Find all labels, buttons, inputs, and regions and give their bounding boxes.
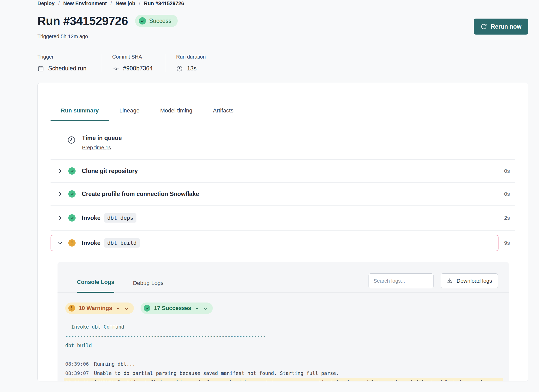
commit-label: Commit SHA — [112, 54, 154, 60]
rerun-now-label: Rerun now — [491, 23, 521, 30]
page-title: Run #341529726 — [37, 14, 128, 28]
breadcrumb-deploy[interactable]: Deploy — [37, 0, 55, 7]
step-duration: 0s — [504, 168, 510, 174]
step-name: Create profile from connection Snowflake — [82, 191, 199, 198]
calendar-icon — [37, 65, 44, 72]
chevron-up-icon[interactable] — [195, 306, 199, 311]
success-check-icon — [144, 305, 150, 312]
chevron-up-icon[interactable] — [116, 306, 120, 311]
warning-icon: ! — [68, 239, 76, 247]
success-check-icon — [68, 167, 76, 175]
log-timestamp: 08:39:07 — [65, 370, 89, 376]
tab-artifacts[interactable]: Artifacts — [203, 107, 244, 121]
successes-count-label: 17 Successes — [154, 305, 191, 312]
breadcrumb: Deploy / New Environment / New job / Run… — [37, 0, 528, 7]
prep-time-link[interactable]: Prep time 1s — [82, 145, 111, 151]
warnings-count-badge: ! 10 Warnings — [65, 303, 134, 314]
log-line-warning: 08:39:08[WARNING]: Did not find matching… — [64, 378, 503, 381]
success-check-icon — [68, 214, 76, 222]
breadcrumb-separator: / — [110, 0, 112, 7]
log-blank-line — [64, 350, 503, 359]
log-command-line: dbt build — [64, 341, 503, 350]
breadcrumb-separator: / — [58, 0, 60, 7]
log-line: 08:39:06Running dbt... — [64, 359, 503, 369]
tab-console-logs[interactable]: Console Logs — [77, 275, 114, 293]
breadcrumb-environment[interactable]: New Environment — [63, 0, 107, 7]
clock-icon — [67, 136, 76, 144]
step-command-chip: dbt build — [104, 238, 140, 248]
step-command-chip: dbt deps — [104, 213, 136, 223]
tab-model-timing[interactable]: Model timing — [150, 107, 203, 121]
commit-icon — [112, 65, 119, 72]
log-divider-line: ----------------------------------------… — [64, 331, 503, 341]
run-summary-card: Run summary Lineage Model timing Artifac… — [37, 83, 528, 381]
download-icon — [447, 278, 453, 284]
step-invoke-dbt-deps[interactable]: Invoke dbt deps 2s — [51, 206, 515, 231]
step-name: Clone git repository — [82, 168, 138, 175]
step-name: Invoke — [82, 240, 101, 247]
log-timestamp: 08:39:08 — [65, 380, 89, 381]
tab-lineage[interactable]: Lineage — [109, 107, 150, 121]
success-check-icon — [139, 17, 146, 25]
successes-count-badge: 17 Successes — [141, 303, 213, 314]
triggered-timestamp: Triggered 5h 12m ago — [37, 34, 178, 39]
clock-icon — [176, 65, 183, 72]
chevron-right-icon[interactable] — [58, 215, 63, 221]
trigger-label: Trigger — [37, 54, 90, 60]
chevron-down-icon[interactable] — [124, 306, 129, 311]
chevron-down-icon[interactable] — [203, 306, 208, 311]
search-logs-input[interactable] — [369, 273, 434, 288]
log-output: Invoke dbt Command ---------------------… — [58, 322, 509, 381]
refresh-icon — [480, 23, 487, 30]
download-logs-label: Download logs — [456, 278, 492, 284]
chevron-right-icon[interactable] — [58, 191, 63, 197]
status-badge-label: Success — [149, 18, 172, 25]
time-in-queue-title: Time in queue — [82, 135, 122, 142]
meta-trigger: Trigger Scheduled run — [37, 54, 101, 72]
step-duration: 2s — [504, 215, 510, 221]
meta-commit: Commit SHA #900b7364 — [101, 54, 165, 72]
log-timestamp: 08:39:06 — [65, 361, 89, 367]
step-invoke-dbt-build[interactable]: ! Invoke dbt build — [51, 235, 499, 251]
step-clone-git-repository[interactable]: Clone git repository 0s — [51, 160, 515, 183]
meta-duration: Run duration 13s — [165, 54, 217, 72]
log-line: 08:39:07Unable to do partial parsing bec… — [64, 369, 503, 378]
warning-bracket: ]: — [118, 380, 126, 381]
console-logs-panel: Console Logs Debug Logs Download logs ! … — [58, 262, 509, 381]
trigger-value: Scheduled run — [48, 65, 86, 72]
step-duration: 9s — [504, 240, 510, 246]
log-message: Did not find matching node for patch wit… — [126, 380, 486, 381]
log-header-line: Invoke dbt Command — [64, 322, 503, 331]
logs-header: Console Logs Debug Logs Download logs — [58, 273, 509, 293]
step-create-profile[interactable]: Create profile from connection Snowflake… — [51, 183, 515, 206]
log-message: Unable to do partial parsing because sav… — [94, 370, 339, 376]
run-tabs: Run summary Lineage Model timing Artifac… — [51, 107, 515, 121]
tab-debug-logs[interactable]: Debug Logs — [133, 276, 164, 293]
download-logs-button[interactable]: Download logs — [441, 273, 498, 288]
warning-icon: ! — [68, 305, 75, 312]
breadcrumb-separator: / — [139, 0, 140, 7]
commit-value: #900b7364 — [123, 65, 153, 72]
breadcrumb-current-run: Run #341529726 — [144, 0, 184, 7]
breadcrumb-job[interactable]: New job — [116, 0, 135, 7]
log-count-badges: ! 10 Warnings 17 Successes — [58, 293, 509, 314]
status-badge: Success — [135, 15, 178, 27]
time-in-queue-section: Time in queue Prep time 1s — [51, 121, 515, 160]
step-name: Invoke — [82, 215, 101, 222]
chevron-down-icon[interactable] — [58, 240, 63, 246]
tab-run-summary[interactable]: Run summary — [51, 107, 109, 121]
page-header: Run #341529726 Success Triggered 5h 12m … — [37, 14, 528, 39]
rerun-now-button[interactable]: Rerun now — [474, 19, 528, 35]
duration-label: Run duration — [176, 54, 206, 60]
duration-value: 13s — [187, 65, 197, 72]
run-detail-page: Deploy / New Environment / New job / Run… — [0, 0, 539, 381]
run-meta: Trigger Scheduled run Commit SHA #900b73… — [37, 54, 528, 72]
step-duration: 0s — [504, 191, 510, 197]
step-invoke-dbt-build-row: ! Invoke dbt build 9s — [51, 231, 515, 251]
warning-bracket: [ — [94, 380, 97, 381]
chevron-right-icon[interactable] — [58, 168, 63, 174]
success-check-icon — [68, 190, 76, 198]
log-message: Running dbt... — [94, 361, 135, 367]
warning-label: WARNING — [97, 380, 118, 381]
warnings-count-label: 10 Warnings — [79, 305, 112, 312]
